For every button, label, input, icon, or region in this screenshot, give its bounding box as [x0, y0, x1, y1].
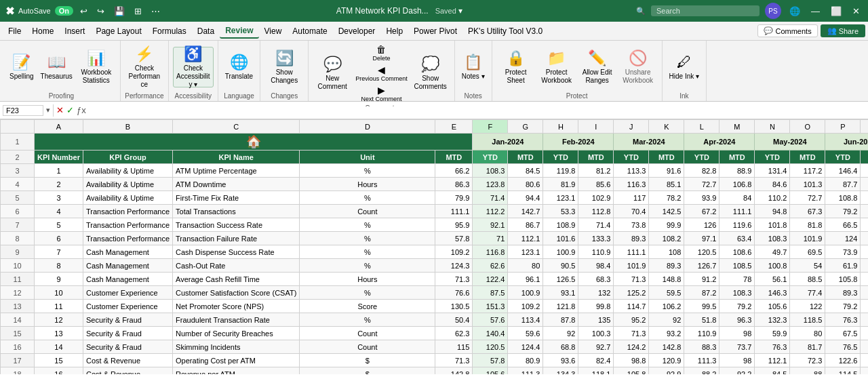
col-n-header[interactable]: N — [755, 120, 790, 134]
data-cell[interactable]: 132 — [578, 286, 614, 300]
maximize-btn[interactable]: ⬜ — [828, 5, 844, 18]
data-cell[interactable]: 75.6 — [861, 327, 868, 340]
data-cell[interactable]: 93.1 — [543, 286, 578, 300]
data-cell[interactable]: 81.8 — [790, 218, 825, 232]
col-k-header[interactable]: K — [649, 120, 684, 134]
data-cell[interactable]: 73.7 — [719, 340, 755, 354]
data-cell[interactable]: 88 — [790, 367, 825, 375]
kpi-group-cell[interactable]: Cost & Revenue — [83, 367, 172, 375]
data-cell[interactable]: 67.3 — [790, 205, 825, 218]
menu-item-review[interactable]: Review — [220, 24, 258, 39]
data-cell[interactable]: 66.2 — [435, 164, 473, 178]
data-cell[interactable]: 142.8 — [649, 340, 684, 354]
data-cell[interactable]: 59.9 — [755, 327, 790, 340]
kpi-group-cell[interactable]: Availability & Uptime — [83, 164, 172, 178]
insert-function-icon[interactable]: ƒx — [77, 105, 86, 115]
data-cell[interactable]: 98 — [719, 354, 755, 367]
data-cell[interactable]: 72.3 — [790, 354, 825, 367]
data-cell[interactable]: 91.6 — [649, 164, 684, 178]
data-cell[interactable]: 98.4 — [578, 259, 614, 273]
data-cell[interactable]: 71.3 — [435, 273, 473, 286]
data-cell[interactable]: 95.9 — [435, 218, 473, 232]
data-cell[interactable]: 122.4 — [473, 273, 508, 286]
translate-button[interactable]: 🌐 Translate — [222, 47, 256, 87]
data-cell[interactable]: 51.8 — [684, 313, 719, 327]
menu-item-insert[interactable]: Insert — [59, 24, 90, 38]
data-cell[interactable]: 91.2 — [684, 273, 719, 286]
col-a-header[interactable]: A — [35, 120, 83, 134]
col-f-header[interactable]: F — [473, 120, 508, 134]
autosave-toggle[interactable]: On — [55, 6, 73, 16]
data-cell[interactable]: 71 — [861, 164, 868, 178]
data-cell[interactable]: 84.5 — [755, 367, 790, 375]
data-cell[interactable]: 146.3 — [755, 286, 790, 300]
data-cell[interactable]: 105.8 — [614, 367, 649, 375]
data-cell[interactable]: 62.3 — [435, 327, 473, 340]
unshare-workbook-button[interactable]: 🚫 Unshare Workbook — [618, 47, 658, 87]
data-cell[interactable]: 87.2 — [684, 286, 719, 300]
expand-icon[interactable]: ▾ — [46, 106, 50, 115]
kpi-name-cell[interactable]: Fraudulent Transaction Rate — [173, 313, 300, 327]
kpi-number-cell[interactable]: 8 — [35, 259, 83, 273]
unit-cell[interactable]: % — [300, 218, 435, 232]
data-cell[interactable]: 143.8 — [861, 245, 868, 259]
data-cell[interactable]: 62.6 — [473, 259, 508, 273]
col-o-header[interactable]: O — [790, 120, 825, 134]
data-cell[interactable]: 110.9 — [578, 245, 614, 259]
data-cell[interactable]: 112.2 — [473, 205, 508, 218]
kpi-name-cell[interactable]: Operating Cost per ATM — [173, 354, 300, 367]
unit-cell[interactable]: $ — [300, 354, 435, 367]
data-cell[interactable]: 90.5 — [543, 259, 578, 273]
kpi-number-cell[interactable]: 3 — [35, 191, 83, 205]
unit-cell[interactable]: Score — [300, 300, 435, 313]
menu-item-file[interactable]: File — [3, 24, 26, 38]
data-cell[interactable]: 88.9 — [719, 164, 755, 178]
kpi-group-cell[interactable]: Cash Management — [83, 245, 172, 259]
data-cell[interactable]: 113.3 — [614, 164, 649, 178]
formula-input[interactable] — [89, 106, 865, 115]
data-cell[interactable]: 101.9 — [614, 259, 649, 273]
data-cell[interactable]: 124.3 — [435, 259, 473, 273]
data-cell[interactable]: 82.4 — [578, 354, 614, 367]
kpi-number-cell[interactable]: 6 — [35, 232, 83, 245]
data-cell[interactable]: 108.5 — [719, 259, 755, 273]
data-cell[interactable]: 122 — [790, 300, 825, 313]
data-cell[interactable]: 101.9 — [790, 232, 825, 245]
unit-cell[interactable]: $ — [300, 367, 435, 375]
unit-cell[interactable]: % — [300, 245, 435, 259]
col-l-header[interactable]: L — [684, 120, 719, 134]
kpi-number-cell[interactable]: 13 — [35, 327, 83, 340]
data-cell[interactable]: 115 — [435, 340, 473, 354]
data-cell[interactable]: 142.8 — [435, 367, 473, 375]
data-cell[interactable]: 98.8 — [861, 259, 868, 273]
data-cell[interactable]: 109.2 — [508, 300, 543, 313]
data-cell[interactable]: 84.5 — [508, 164, 543, 178]
data-cell[interactable]: 148.8 — [649, 273, 684, 286]
menu-item-pagelayout[interactable]: Page Layout — [90, 24, 146, 38]
data-cell[interactable]: 68.8 — [543, 340, 578, 354]
col-d-header[interactable]: D — [300, 120, 435, 134]
data-cell[interactable]: 110.2 — [755, 191, 790, 205]
data-cell[interactable]: 75.6 — [861, 340, 868, 354]
data-cell[interactable]: 79.9 — [435, 191, 473, 205]
data-cell[interactable]: 108.2 — [649, 232, 684, 245]
kpi-name-cell[interactable]: Cash Dispense Success Rate — [173, 245, 300, 259]
unit-cell[interactable]: % — [300, 191, 435, 205]
data-cell[interactable]: 92.9 — [649, 367, 684, 375]
data-cell[interactable]: 126.5 — [543, 273, 578, 286]
notes-button[interactable]: 📋 Notes ▾ — [459, 47, 488, 87]
data-cell[interactable]: 80.6 — [508, 178, 543, 191]
data-cell[interactable]: 97.1 — [684, 232, 719, 245]
data-cell[interactable]: 71.3 — [614, 327, 649, 340]
comments-button[interactable]: 💬 Comments — [757, 24, 817, 37]
world-icon[interactable]: 🌐 — [787, 5, 803, 18]
col-h-header[interactable]: H — [543, 120, 578, 134]
data-cell[interactable]: 71.4 — [578, 218, 614, 232]
data-cell[interactable]: 39.6 — [861, 218, 868, 232]
kpi-number-cell[interactable]: 7 — [35, 245, 83, 259]
menu-item-pkutility[interactable]: PK's Utility Tool V3.0 — [462, 24, 548, 38]
menu-item-home[interactable]: Home — [26, 24, 59, 38]
data-cell[interactable]: 76.5 — [825, 340, 861, 354]
data-cell[interactable]: 87.8 — [543, 313, 578, 327]
data-cell[interactable]: 124.2 — [614, 340, 649, 354]
